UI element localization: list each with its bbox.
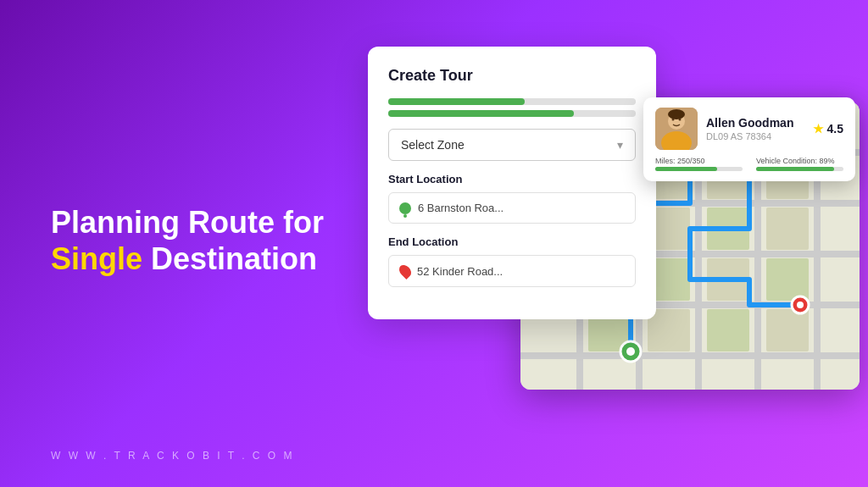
miles-stat: Miles: 250/350 [655, 157, 743, 171]
heading-line2: Destination [151, 241, 317, 276]
driver-avatar [655, 108, 698, 150]
start-location-input[interactable]: 6 Barnston Roa... [388, 192, 636, 224]
vehicle-bar-fill [756, 167, 834, 171]
heading-line1: Planning Route for [51, 204, 324, 239]
rating-value: 4.5 [827, 122, 843, 136]
end-location-label: End Location [388, 235, 636, 248]
heading-highlight: Single [51, 241, 142, 276]
svg-rect-26 [766, 309, 809, 351]
start-location-value: 6 Barnston Roa... [418, 202, 504, 214]
star-icon: ★ [813, 122, 824, 136]
svg-rect-22 [707, 309, 749, 351]
progress-fill-1 [388, 98, 525, 105]
miles-bar-track [655, 167, 743, 171]
svg-point-28 [626, 347, 635, 356]
start-location-section: Start Location 6 Barnston Roa... [388, 173, 636, 224]
end-location-value: 52 Kinder Road... [417, 265, 503, 278]
end-location-section: End Location 52 Kinder Road... [388, 235, 636, 287]
progress-track-2 [388, 110, 636, 117]
svg-point-36 [668, 109, 685, 119]
driver-id: DL09 AS 78364 [706, 131, 804, 141]
driver-top: Allen Goodman DL09 AS 78364 ★ 4.5 [655, 108, 843, 150]
progress-fill-2 [388, 110, 574, 117]
create-tour-card: Create Tour Select Zone Start Location 6… [368, 47, 656, 319]
start-location-icon [399, 202, 411, 214]
driver-card: Allen Goodman DL09 AS 78364 ★ 4.5 Miles:… [643, 97, 855, 181]
main-heading: Planning Route for Single Destination [51, 203, 324, 276]
progress-bars [388, 98, 636, 117]
select-zone-label: Select Zone [401, 138, 465, 152]
svg-rect-21 [648, 309, 690, 351]
miles-label: Miles: 250/350 [655, 157, 743, 165]
progress-track-1 [388, 98, 636, 105]
card-title: Create Tour [388, 67, 636, 85]
driver-stats: Miles: 250/350 Vehicle Condition: 89% [655, 157, 843, 171]
svg-point-30 [797, 302, 804, 308]
end-location-icon [397, 263, 414, 279]
driver-info: Allen Goodman DL09 AS 78364 [706, 116, 804, 141]
website-url: W W W . T R A C K O B I T . C O M [51, 450, 294, 462]
cards-container: Create Tour Select Zone Start Location 6… [342, 0, 868, 487]
svg-rect-25 [766, 258, 809, 301]
vehicle-label: Vehicle Condition: 89% [756, 157, 843, 165]
vehicle-bar-track [756, 167, 843, 171]
driver-name: Allen Goodman [706, 116, 804, 130]
select-zone-button[interactable]: Select Zone [388, 129, 636, 161]
svg-rect-24 [766, 208, 809, 250]
end-location-input[interactable]: 52 Kinder Road... [388, 255, 636, 287]
start-location-label: Start Location [388, 173, 636, 185]
vehicle-stat: Vehicle Condition: 89% [756, 157, 843, 171]
left-content-section: Planning Route for Single Destination [51, 203, 324, 283]
miles-bar-fill [655, 167, 717, 171]
driver-rating: ★ 4.5 [813, 122, 843, 136]
